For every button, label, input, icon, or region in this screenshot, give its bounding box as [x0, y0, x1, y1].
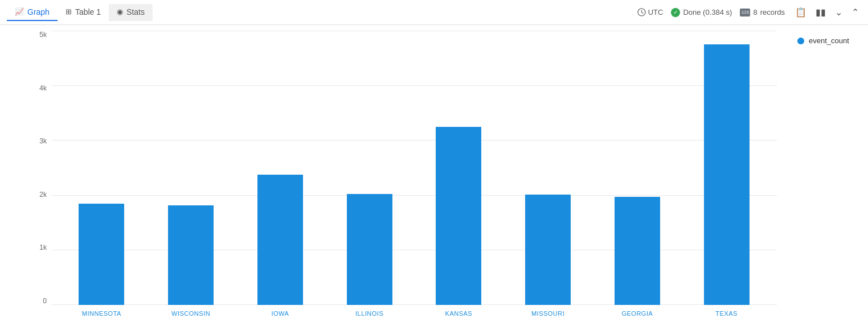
toolbar-right: UTC ✓ Done (0.384 s) 123 8 records 📋 ▮▮ … [637, 6, 861, 19]
clock-icon [637, 8, 646, 16]
records-count: 8 [753, 8, 757, 16]
bar-group[interactable] [503, 31, 593, 305]
graph-icon: 📈 [15, 7, 24, 16]
bar[interactable] [704, 44, 750, 305]
done-badge: ✓ Done (0.384 s) [671, 8, 732, 17]
bar[interactable] [168, 205, 214, 305]
bar[interactable] [615, 197, 660, 305]
chart-container: 5k4k3k2k1k0 MIN [0, 25, 868, 322]
bar-group[interactable] [146, 31, 236, 305]
chevron-down-button[interactable]: ⌄ [833, 6, 845, 19]
y-axis-label: 4k [39, 84, 47, 92]
x-axis-label: MISSOURI [503, 310, 593, 317]
chart-inner: 5k4k3k2k1k0 MIN [28, 31, 777, 322]
legend-dot-icon [797, 38, 804, 44]
table-icon: ⊞ [65, 7, 72, 16]
tab-table1-label: Table 1 [75, 7, 101, 16]
bar-group[interactable] [325, 31, 414, 305]
bar[interactable] [257, 175, 303, 305]
x-axis-label: MINNESOTA [57, 310, 146, 317]
x-labels: MINNESOTAWISCONSINIOWAILLINOISKANSASMISS… [51, 305, 777, 322]
y-axis-label: 1k [39, 243, 47, 251]
svg-line-2 [641, 13, 643, 14]
bar[interactable] [525, 195, 571, 305]
bar-group[interactable] [682, 31, 771, 305]
done-circle-icon: ✓ [671, 8, 680, 17]
tab-graph[interactable]: 📈 Graph [7, 4, 58, 21]
bar-group[interactable] [593, 31, 682, 305]
x-axis-label: GEORGIA [593, 310, 682, 317]
records-icon: 123 [740, 9, 750, 16]
bar[interactable] [436, 127, 481, 305]
stats-icon: ◉ [117, 7, 123, 16]
done-label: Done (0.384 s) [683, 8, 732, 16]
utc-badge[interactable]: UTC [637, 8, 664, 16]
toolbar: 📈 Graph ⊞ Table 1 ◉ Stats UTC ✓ Done (0.… [0, 0, 868, 25]
x-axis-label: KANSAS [414, 310, 503, 317]
y-axis: 5k4k3k2k1k0 [28, 31, 51, 322]
copy-button[interactable]: 📋 [793, 6, 809, 19]
bar[interactable] [347, 194, 392, 305]
chart-legend: event_count [788, 31, 868, 322]
display-button[interactable]: ▮▮ [813, 6, 828, 19]
toolbar-actions: 📋 ▮▮ ⌄ ⌃ [793, 6, 861, 19]
legend-series-label: event_count [809, 36, 849, 45]
tab-stats-label: Stats [126, 7, 145, 16]
tab-graph-label: Graph [27, 7, 50, 16]
x-axis-label: WISCONSIN [146, 310, 236, 317]
y-axis-label: 3k [39, 137, 47, 145]
legend-item-event-count: event_count [797, 36, 859, 45]
records-label: records [760, 8, 785, 16]
x-axis-label: TEXAS [682, 310, 771, 317]
chart-main: 5k4k3k2k1k0 MIN [0, 31, 788, 322]
bar[interactable] [79, 204, 124, 305]
chevron-up-button[interactable]: ⌃ [849, 6, 861, 19]
y-axis-label: 2k [39, 191, 47, 199]
tab-table1[interactable]: ⊞ Table 1 [58, 4, 109, 21]
records-badge: 123 8 records [740, 8, 785, 16]
bars-area [51, 31, 777, 305]
tab-stats[interactable]: ◉ Stats [109, 4, 153, 21]
y-axis-label: 5k [39, 31, 47, 39]
x-axis-label: ILLINOIS [325, 310, 414, 317]
bar-group[interactable] [57, 31, 146, 305]
utc-label: UTC [648, 8, 664, 16]
bar-group[interactable] [414, 31, 503, 305]
y-axis-label: 0 [43, 297, 47, 305]
x-axis-label: IOWA [236, 310, 325, 317]
bar-group[interactable] [236, 31, 325, 305]
chart-plot: MINNESOTAWISCONSINIOWAILLINOISKANSASMISS… [51, 31, 777, 322]
